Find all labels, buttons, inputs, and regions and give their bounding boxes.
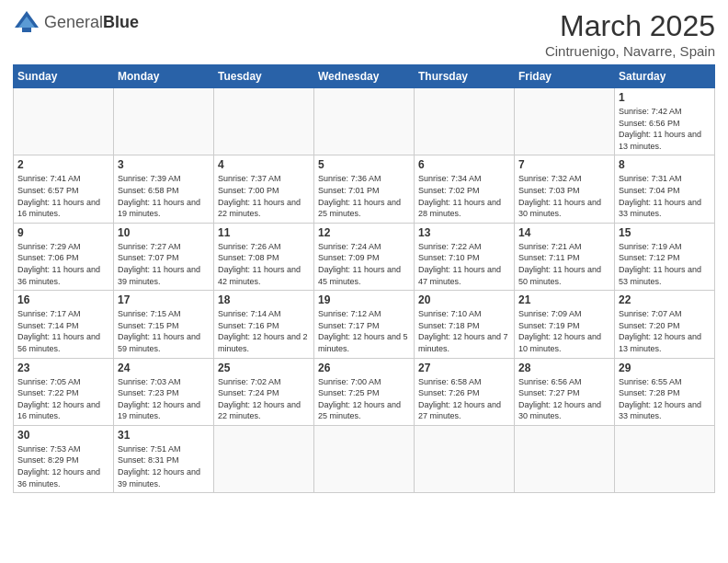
day-number: 27 (418, 362, 510, 374)
table-row: 8Sunrise: 7:31 AM Sunset: 7:04 PM Daylig… (615, 155, 715, 223)
table-row: 4Sunrise: 7:37 AM Sunset: 7:00 PM Daylig… (214, 155, 314, 223)
day-number: 13 (418, 226, 510, 239)
table-row: 28Sunrise: 6:56 AM Sunset: 7:27 PM Dayli… (515, 358, 615, 425)
calendar-week-2: 9Sunrise: 7:29 AM Sunset: 7:06 PM Daylig… (14, 223, 715, 290)
table-row: 10Sunrise: 7:27 AM Sunset: 7:07 PM Dayli… (114, 223, 214, 290)
table-row: 20Sunrise: 7:10 AM Sunset: 7:18 PM Dayli… (415, 291, 515, 358)
day-number: 17 (118, 293, 210, 306)
table-row: 7Sunrise: 7:32 AM Sunset: 7:03 PM Daylig… (515, 155, 615, 223)
day-number: 1 (619, 91, 711, 104)
day-number: 26 (318, 362, 410, 374)
logo-bold: Blue (103, 13, 139, 31)
day-info: Sunrise: 7:00 AM Sunset: 7:25 PM Dayligh… (318, 376, 410, 422)
day-info: Sunrise: 7:32 AM Sunset: 7:03 PM Dayligh… (518, 173, 610, 219)
day-info: Sunrise: 7:24 AM Sunset: 7:09 PM Dayligh… (318, 241, 410, 287)
col-thursday: Thursday (415, 65, 515, 88)
day-info: Sunrise: 6:55 AM Sunset: 7:28 PM Dayligh… (619, 376, 711, 422)
table-row: 12Sunrise: 7:24 AM Sunset: 7:09 PM Dayli… (314, 223, 415, 290)
day-number: 25 (218, 362, 310, 374)
day-info: Sunrise: 7:09 AM Sunset: 7:19 PM Dayligh… (518, 308, 610, 354)
day-number: 8 (619, 158, 711, 171)
day-number: 29 (619, 362, 711, 374)
day-number: 2 (17, 158, 109, 171)
day-number: 4 (218, 158, 310, 171)
table-row: 15Sunrise: 7:19 AM Sunset: 7:12 PM Dayli… (615, 223, 715, 290)
day-number: 23 (17, 362, 109, 374)
header: GeneralBlue March 2025 Cintruenigo, Nava… (13, 9, 715, 59)
table-row (615, 425, 715, 492)
table-row (515, 425, 615, 492)
day-info: Sunrise: 7:17 AM Sunset: 7:14 PM Dayligh… (17, 308, 109, 354)
day-info: Sunrise: 6:58 AM Sunset: 7:26 PM Dayligh… (418, 376, 510, 422)
table-row: 11Sunrise: 7:26 AM Sunset: 7:08 PM Dayli… (214, 223, 314, 290)
day-info: Sunrise: 7:14 AM Sunset: 7:16 PM Dayligh… (218, 308, 310, 354)
table-row (515, 88, 615, 155)
calendar-table: Sunday Monday Tuesday Wednesday Thursday… (13, 64, 715, 493)
day-info: Sunrise: 7:51 AM Sunset: 8:31 PM Dayligh… (118, 443, 210, 489)
table-row: 6Sunrise: 7:34 AM Sunset: 7:02 PM Daylig… (415, 155, 515, 223)
col-tuesday: Tuesday (214, 65, 314, 88)
title-location: Cintruenigo, Navarre, Spain (545, 43, 715, 59)
col-sunday: Sunday (14, 65, 114, 88)
col-wednesday: Wednesday (314, 65, 415, 88)
day-info: Sunrise: 7:15 AM Sunset: 7:15 PM Dayligh… (118, 308, 210, 354)
day-number: 5 (318, 158, 410, 171)
day-info: Sunrise: 7:31 AM Sunset: 7:04 PM Dayligh… (619, 173, 711, 219)
day-number: 20 (418, 293, 510, 306)
col-friday: Friday (515, 65, 615, 88)
day-number: 16 (17, 293, 109, 306)
day-info: Sunrise: 7:07 AM Sunset: 7:20 PM Dayligh… (619, 308, 711, 354)
table-row: 24Sunrise: 7:03 AM Sunset: 7:23 PM Dayli… (114, 358, 214, 425)
table-row: 13Sunrise: 7:22 AM Sunset: 7:10 PM Dayli… (415, 223, 515, 290)
table-row: 9Sunrise: 7:29 AM Sunset: 7:06 PM Daylig… (14, 223, 114, 290)
table-row: 25Sunrise: 7:02 AM Sunset: 7:24 PM Dayli… (214, 358, 314, 425)
day-number: 3 (118, 158, 210, 171)
day-info: Sunrise: 7:53 AM Sunset: 8:29 PM Dayligh… (17, 443, 109, 489)
title-block: March 2025 Cintruenigo, Navarre, Spain (545, 9, 715, 59)
day-number: 24 (118, 362, 210, 374)
table-row (314, 425, 415, 492)
logo-text: GeneralBlue (44, 14, 139, 31)
table-row: 22Sunrise: 7:07 AM Sunset: 7:20 PM Dayli… (615, 291, 715, 358)
day-info: Sunrise: 7:27 AM Sunset: 7:07 PM Dayligh… (118, 241, 210, 287)
table-row (415, 425, 515, 492)
day-info: Sunrise: 7:34 AM Sunset: 7:02 PM Dayligh… (418, 173, 510, 219)
title-month: March 2025 (545, 9, 715, 43)
table-row (214, 88, 314, 155)
day-number: 31 (118, 429, 210, 442)
day-number: 11 (218, 226, 310, 239)
day-info: Sunrise: 7:26 AM Sunset: 7:08 PM Dayligh… (218, 241, 310, 287)
page: GeneralBlue March 2025 Cintruenigo, Nava… (0, 0, 728, 563)
generalblue-logo-icon (13, 9, 40, 35)
day-info: Sunrise: 7:10 AM Sunset: 7:18 PM Dayligh… (418, 308, 510, 354)
table-row: 21Sunrise: 7:09 AM Sunset: 7:19 PM Dayli… (515, 291, 615, 358)
day-info: Sunrise: 7:05 AM Sunset: 7:22 PM Dayligh… (17, 376, 109, 422)
table-row: 18Sunrise: 7:14 AM Sunset: 7:16 PM Dayli… (214, 291, 314, 358)
logo: GeneralBlue (13, 9, 139, 35)
table-row: 3Sunrise: 7:39 AM Sunset: 6:58 PM Daylig… (114, 155, 214, 223)
table-row: 31Sunrise: 7:51 AM Sunset: 8:31 PM Dayli… (114, 425, 214, 492)
table-row: 5Sunrise: 7:36 AM Sunset: 7:01 PM Daylig… (314, 155, 415, 223)
table-row: 26Sunrise: 7:00 AM Sunset: 7:25 PM Dayli… (314, 358, 415, 425)
calendar-week-5: 30Sunrise: 7:53 AM Sunset: 8:29 PM Dayli… (14, 425, 715, 492)
day-info: Sunrise: 7:41 AM Sunset: 6:57 PM Dayligh… (17, 173, 109, 219)
table-row: 17Sunrise: 7:15 AM Sunset: 7:15 PM Dayli… (114, 291, 214, 358)
table-row: 2Sunrise: 7:41 AM Sunset: 6:57 PM Daylig… (14, 155, 114, 223)
day-info: Sunrise: 7:12 AM Sunset: 7:17 PM Dayligh… (318, 308, 410, 354)
day-info: Sunrise: 7:42 AM Sunset: 6:56 PM Dayligh… (619, 106, 711, 152)
svg-rect-2 (22, 28, 31, 32)
table-row: 19Sunrise: 7:12 AM Sunset: 7:17 PM Dayli… (314, 291, 415, 358)
day-number: 14 (518, 226, 610, 239)
table-row (415, 88, 515, 155)
calendar-week-4: 23Sunrise: 7:05 AM Sunset: 7:22 PM Dayli… (14, 358, 715, 425)
calendar-week-1: 2Sunrise: 7:41 AM Sunset: 6:57 PM Daylig… (14, 155, 715, 223)
day-number: 12 (318, 226, 410, 239)
day-number: 30 (17, 429, 109, 442)
day-number: 19 (318, 293, 410, 306)
day-info: Sunrise: 7:29 AM Sunset: 7:06 PM Dayligh… (17, 241, 109, 287)
day-info: Sunrise: 7:21 AM Sunset: 7:11 PM Dayligh… (518, 241, 610, 287)
col-monday: Monday (114, 65, 214, 88)
day-number: 18 (218, 293, 310, 306)
day-info: Sunrise: 7:19 AM Sunset: 7:12 PM Dayligh… (619, 241, 711, 287)
col-saturday: Saturday (615, 65, 715, 88)
